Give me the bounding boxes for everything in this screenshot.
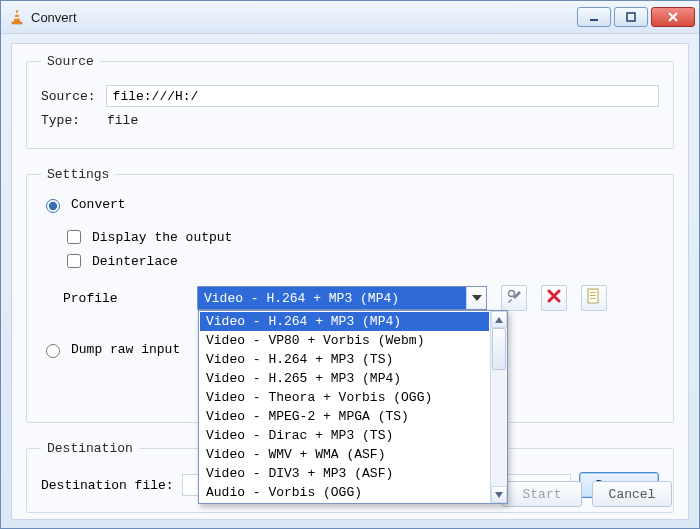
svg-rect-12 <box>590 295 596 296</box>
delete-profile-button[interactable] <box>541 285 567 311</box>
deinterlace-label: Deinterlace <box>92 254 178 269</box>
vlc-cone-icon <box>9 9 25 25</box>
svg-marker-7 <box>495 317 503 323</box>
dialog-body: Source Source: Type: file Settings Conve… <box>11 43 689 520</box>
profile-option[interactable]: Video - MPEG-2 + MPGA (TS) <box>200 407 489 426</box>
edit-profile-button[interactable] <box>501 285 527 311</box>
svg-rect-5 <box>627 13 635 21</box>
profile-combobox[interactable]: Video - H.264 + MP3 (MP4) Video - H.264 … <box>197 286 487 310</box>
profile-option[interactable]: Video - Dirac + MP3 (TS) <box>200 426 489 445</box>
svg-marker-8 <box>495 492 503 498</box>
profile-dropdown[interactable]: Video - H.264 + MP3 (MP4)Video - VP80 + … <box>198 310 508 504</box>
profile-label: Profile <box>63 291 183 306</box>
dump-radio-label: Dump raw input <box>71 342 180 357</box>
source-label: Source: <box>41 89 96 104</box>
convert-radio-label: Convert <box>71 197 126 212</box>
new-doc-icon <box>587 288 601 308</box>
settings-legend: Settings <box>41 167 115 182</box>
x-icon <box>547 289 561 307</box>
convert-window: Convert Source Source: Type: file <box>0 0 700 529</box>
dropdown-scrollbar[interactable] <box>490 311 507 503</box>
start-button-label: Start <box>522 487 561 502</box>
wrench-icon <box>506 288 522 308</box>
convert-radio[interactable]: Convert <box>41 196 659 213</box>
cancel-button[interactable]: Cancel <box>592 481 672 507</box>
svg-rect-13 <box>590 298 596 299</box>
destination-legend: Destination <box>41 441 139 456</box>
deinterlace-checkbox[interactable]: Deinterlace <box>63 251 659 271</box>
chevron-down-icon[interactable] <box>466 287 486 309</box>
cancel-button-label: Cancel <box>609 487 656 502</box>
profile-option[interactable]: Audio - Vorbis (OGG) <box>200 483 489 502</box>
profile-option[interactable]: Video - H.264 + MP3 (TS) <box>200 350 489 369</box>
profile-option[interactable]: Video - H.265 + MP3 (MP4) <box>200 369 489 388</box>
svg-rect-11 <box>590 292 596 293</box>
scroll-down-button[interactable] <box>491 486 507 503</box>
settings-group: Settings Convert Display the output Dein… <box>26 167 674 423</box>
profile-option[interactable]: Video - WMV + WMA (ASF) <box>200 445 489 464</box>
scroll-up-button[interactable] <box>491 311 507 328</box>
source-group: Source Source: Type: file <box>26 54 674 149</box>
svg-rect-1 <box>12 22 22 24</box>
display-output-checkbox[interactable]: Display the output <box>63 227 659 247</box>
destination-file-label: Destination file: <box>41 478 174 493</box>
start-button[interactable]: Start <box>502 481 582 507</box>
profile-option[interactable]: Video - VP80 + Vorbis (Webm) <box>200 331 489 350</box>
type-value: file <box>107 113 138 128</box>
type-label: Type: <box>41 113 97 128</box>
convert-radio-input[interactable] <box>46 199 60 213</box>
source-legend: Source <box>41 54 100 69</box>
source-input[interactable] <box>106 85 659 107</box>
dump-radio-input[interactable] <box>46 344 60 358</box>
profile-option[interactable]: Video - Theora + Vorbis (OGG) <box>200 388 489 407</box>
window-title: Convert <box>31 10 577 25</box>
svg-rect-4 <box>590 19 598 21</box>
scroll-track[interactable] <box>491 328 507 486</box>
display-output-input[interactable] <box>67 230 81 244</box>
scroll-thumb[interactable] <box>492 328 506 370</box>
profile-option[interactable]: Video - H.264 + MP3 (MP4) <box>200 312 489 331</box>
deinterlace-input[interactable] <box>67 254 81 268</box>
svg-point-9 <box>509 291 515 297</box>
maximize-button[interactable] <box>614 7 648 27</box>
svg-rect-3 <box>14 17 19 19</box>
titlebar: Convert <box>1 1 699 34</box>
profile-selected-value: Video - H.264 + MP3 (MP4) <box>198 287 466 309</box>
new-profile-button[interactable] <box>581 285 607 311</box>
svg-marker-0 <box>14 10 20 22</box>
profile-option[interactable]: Video - DIV3 + MP3 (ASF) <box>200 464 489 483</box>
minimize-button[interactable] <box>577 7 611 27</box>
display-output-label: Display the output <box>92 230 232 245</box>
svg-marker-6 <box>472 295 482 301</box>
svg-rect-2 <box>15 13 19 15</box>
close-button[interactable] <box>651 7 695 27</box>
